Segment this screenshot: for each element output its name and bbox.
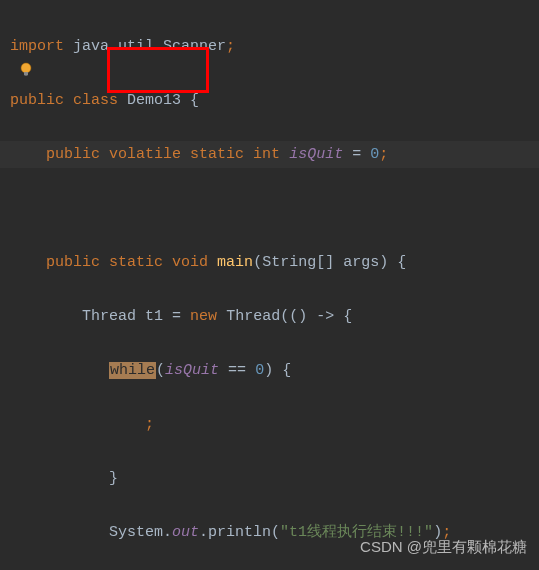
keyword-void: void — [172, 254, 208, 271]
keyword-import: import — [10, 38, 64, 55]
method-println: println — [208, 524, 271, 541]
package-name: java.util.Scanner — [73, 38, 226, 55]
keyword-public: public — [10, 92, 64, 109]
operator-eq: = — [352, 146, 361, 163]
keyword-while: while — [109, 362, 156, 379]
paren-open: ( — [156, 362, 165, 379]
code-line[interactable]: public static void main(String[] args) { — [0, 249, 539, 276]
operator-eq: = — [172, 308, 181, 325]
code-editor[interactable]: import java.util.Scanner; public class D… — [0, 0, 539, 570]
class-name: Demo13 — [127, 92, 181, 109]
method-sig: (String[] args) { — [253, 254, 406, 271]
code-line[interactable]: import java.util.Scanner; — [0, 33, 539, 60]
dot: . — [199, 524, 208, 541]
field-out: out — [172, 524, 199, 541]
keyword-static: static — [109, 254, 163, 271]
intention-bulb-icon[interactable] — [18, 61, 34, 77]
field-isquit: isQuit — [289, 146, 343, 163]
keyword-volatile: volatile — [109, 146, 181, 163]
paren-close: ) { — [264, 362, 291, 379]
sys: System. — [109, 524, 172, 541]
brace: { — [190, 92, 199, 109]
lambda-open: (() -> { — [280, 308, 352, 325]
svg-point-0 — [21, 63, 31, 73]
svg-rect-2 — [25, 75, 28, 76]
operator-eqeq: == — [228, 362, 246, 379]
keyword-public: public — [46, 146, 100, 163]
code-line[interactable] — [0, 195, 539, 222]
brace: } — [109, 470, 118, 487]
literal-zero: 0 — [255, 362, 264, 379]
var-t1: t1 — [145, 308, 163, 325]
literal-zero: 0 — [370, 146, 379, 163]
paren-open: ( — [271, 524, 280, 541]
keyword-new: new — [190, 308, 217, 325]
semicolon: ; — [145, 416, 154, 433]
keyword-int: int — [253, 146, 280, 163]
ctor-thread: Thread — [226, 308, 280, 325]
watermark-text: CSDN @兜里有颗棉花糖 — [360, 533, 527, 560]
svg-rect-1 — [24, 72, 28, 75]
code-line[interactable]: Thread t1 = new Thread(() -> { — [0, 303, 539, 330]
semicolon: ; — [379, 146, 388, 163]
keyword-static: static — [190, 146, 244, 163]
code-line[interactable]: public volatile static int isQuit = 0; — [0, 141, 539, 168]
keyword-class: class — [73, 92, 118, 109]
method-main: main — [217, 254, 253, 271]
code-line[interactable]: } — [0, 465, 539, 492]
semicolon: ; — [226, 38, 235, 55]
code-line[interactable]: while(isQuit == 0) { — [0, 357, 539, 384]
keyword-public: public — [46, 254, 100, 271]
field-isquit: isQuit — [165, 362, 219, 379]
code-line[interactable]: public class Demo13 { — [0, 87, 539, 114]
code-line[interactable]: ; — [0, 411, 539, 438]
type-thread: Thread — [82, 308, 136, 325]
